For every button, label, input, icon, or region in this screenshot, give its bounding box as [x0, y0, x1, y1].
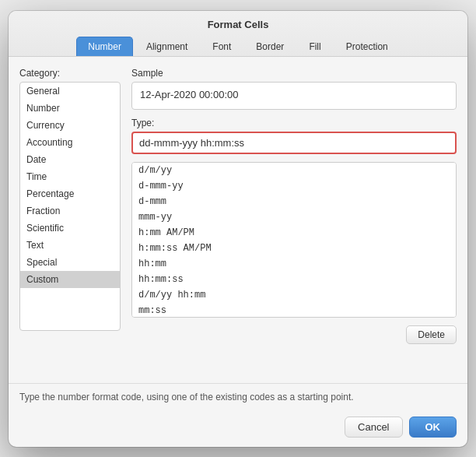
hint-section: Type the number format code, using one o… — [9, 383, 467, 410]
delete-button[interactable]: Delete — [406, 325, 457, 344]
tab-font[interactable]: Font — [201, 37, 243, 56]
category-item[interactable]: Text — [20, 237, 120, 254]
format-item[interactable]: d-mmm — [132, 194, 456, 209]
title-bar: Format Cells Number Alignment Font Borde… — [9, 11, 467, 57]
tab-number[interactable]: Number — [76, 37, 133, 56]
category-item[interactable]: Accounting — [20, 134, 120, 151]
category-item[interactable]: Date — [20, 151, 120, 168]
format-item[interactable]: h:mm:ss AM/PM — [132, 241, 456, 256]
format-item[interactable]: mm:ss — [132, 303, 456, 318]
delete-row: Delete — [131, 325, 457, 344]
category-item[interactable]: Special — [20, 254, 120, 271]
category-item[interactable]: Currency — [20, 117, 120, 134]
category-item[interactable]: Number — [20, 100, 120, 117]
category-panel: Category: General Number Currency Accoun… — [19, 68, 121, 372]
dialog-title: Format Cells — [208, 19, 269, 30]
tab-fill[interactable]: Fill — [297, 37, 332, 56]
format-item[interactable]: h:mm AM/PM — [132, 225, 456, 241]
tab-alignment[interactable]: Alignment — [135, 37, 199, 56]
tab-border[interactable]: Border — [244, 37, 296, 56]
sample-label: Sample — [131, 68, 457, 79]
category-label: Category: — [19, 68, 121, 79]
category-item[interactable]: Percentage — [20, 185, 120, 202]
format-item[interactable]: d/m/yy — [132, 163, 456, 178]
category-list[interactable]: General Number Currency Accounting Date … — [19, 82, 121, 331]
tab-protection[interactable]: Protection — [334, 37, 400, 56]
right-panel: Sample 12-Apr-2020 00:00:00 Type: d/m/yy… — [131, 68, 457, 372]
type-label: Type: — [131, 118, 457, 128]
category-item[interactable]: Scientific — [20, 220, 120, 237]
type-section: Type: — [131, 118, 457, 154]
sample-value: 12-Apr-2020 00:00:00 — [131, 82, 457, 110]
type-input[interactable] — [131, 132, 457, 154]
category-item[interactable]: General — [20, 83, 120, 100]
format-cells-dialog: Format Cells Number Alignment Font Borde… — [9, 11, 467, 447]
format-item[interactable]: d-mmm-yy — [132, 178, 456, 194]
category-item[interactable]: Time — [20, 168, 120, 185]
footer: Cancel OK — [9, 410, 467, 447]
cancel-button[interactable]: Cancel — [345, 417, 402, 438]
content-area: Category: General Number Currency Accoun… — [9, 57, 467, 383]
format-item[interactable]: hh:mm:ss — [132, 272, 456, 287]
format-item[interactable]: d/m/yy hh:mm — [132, 287, 456, 303]
tab-bar: Number Alignment Font Border Fill Protec… — [67, 37, 408, 56]
category-item-custom[interactable]: Custom — [20, 271, 120, 288]
format-item[interactable]: hh:mm — [132, 256, 456, 272]
category-item[interactable]: Fraction — [20, 202, 120, 220]
sample-section: Sample 12-Apr-2020 00:00:00 — [131, 68, 457, 110]
hint-text: Type the number format code, using one o… — [19, 392, 354, 403]
ok-button[interactable]: OK — [409, 417, 457, 438]
format-item[interactable]: mmm-yy — [132, 209, 456, 225]
format-list[interactable]: d/m/yy d-mmm-yy d-mmm mmm-yy h:mm AM/PM … — [131, 162, 457, 318]
